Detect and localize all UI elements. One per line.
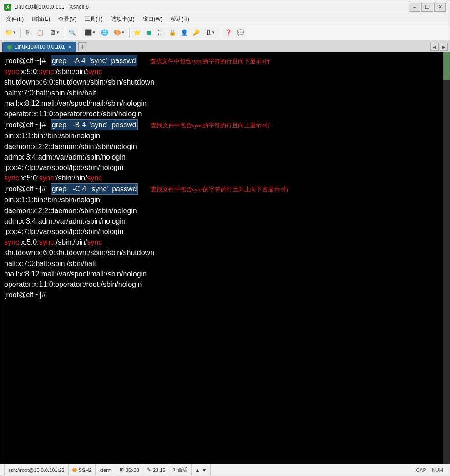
window-title: Linux10期10.0.0.101 - Xshell 6 [14,3,89,11]
title-bar: X Linux10期10.0.0.101 - Xshell 6 − ☐ ✕ [0,0,450,14]
copy-button[interactable]: ⎘ [23,27,34,38]
terminal-line-12: sync:x:5:0:sync:/sbin:/bin/sync [4,173,446,183]
menu-tools[interactable]: 工具(T) [81,15,106,24]
add-tab-button[interactable]: + [78,42,87,51]
paste-button[interactable]: 📋 [35,27,46,38]
terminal-content[interactable]: [root@clf ~]# grep -A 4 'sync' passwd查找文… [0,52,450,464]
connection-status: ssh://root@10.0.0.101:22 [4,464,69,476]
maximize-button[interactable]: ☐ [421,3,433,12]
menu-window[interactable]: 窗口(W) [139,15,166,24]
menu-view[interactable]: 查看(V) [55,15,80,24]
chat-button[interactable]: 💬 [235,27,246,38]
caps-indicator: CAP [413,467,429,473]
toolbar-sep-5 [221,28,221,37]
tab-nav-prev[interactable]: ◀ [430,43,439,51]
find-button[interactable]: 🔍 [67,27,78,38]
status-dot [72,468,77,472]
prompt-3: [root@clf ~]# [4,184,48,194]
terminal-line-14: bin:x:1:1:bin:/bin:/sbin/nologin [4,195,446,205]
toolbar-sep-3 [80,28,80,37]
terminal-line-2: sync:x:5:0:sync:/sbin:/bin/sync [4,66,446,77]
terminal-line-22: operator:x:11:0:operator:/root:/sbin/nol… [4,279,446,290]
color-button[interactable]: 🎨▼ [111,27,127,38]
terminal-line-6: operator:x:11:0:operator:/root:/sbin/nol… [4,109,446,119]
toolbar-sep-2 [65,28,65,37]
terminal-line-3: shutdown:x:6:0:shutdown:/sbin:/sbin/shut… [4,77,446,87]
cmd-1: grep -A 4 'sync' passwd [51,55,137,66]
lock-button[interactable]: 🔒 [167,27,178,38]
annotation-1: 查找文件中包含sync的字符的行且向下显示4行 [150,57,270,66]
layout-button[interactable]: ⬛▼ [82,27,98,38]
toolbar-sep-4 [129,28,130,37]
dimensions-section: ⊞ 86x38 [116,464,143,476]
cmd-3: grep -C 4 'sync' passwd [51,183,138,195]
cursor-section: ✎ 23,15 [143,464,170,476]
terminal-line-8: bin:x:1:1:bin:/bin:/sbin/nologin [4,130,446,141]
title-bar-left: X Linux10期10.0.0.101 - Xshell 6 [4,3,89,11]
tab-label: Linux10期10.0.0.101 [15,43,65,51]
terminal-line-13: [root@clf ~]# grep -C 4 'sync' passwd查找文… [4,183,446,195]
window-controls: − ☐ ✕ [409,3,446,12]
terminal-line-23: [root@clf ~]# [4,290,446,300]
protocol-section: SSH2 [69,464,96,476]
expand-button[interactable]: ⛶ [155,27,166,38]
tab-status-icon [7,45,12,50]
protocol-text: SSH2 [79,467,92,473]
tab-bar: Linux10期10.0.0.101 ✕ + ◀ ▶ [0,40,450,52]
new-session-button[interactable]: 📁▼ [2,27,19,38]
tab-nav-next[interactable]: ▶ [440,43,448,51]
cmd-2: grep -B 4 'sync' passwd [51,119,138,130]
help-button[interactable]: ❓ [223,27,234,38]
tab-close-button[interactable]: ✕ [68,45,71,50]
annotation-3: 查找文件中包含sync的字符的行且向上向下各显示4行 [151,185,288,194]
scrollbar-track[interactable] [443,52,450,464]
annotation-2: 查找文件中包含sync的字符的行且向上显示4行 [151,121,271,130]
green-button[interactable]: ◼ [143,27,154,38]
terminal-line-16: adm:x:3:4:adm:/var/adm:/sbin/nologin [4,216,446,226]
terminal-line-11: lp:x:4:7:lp:/var/spool/lpd:/sbin/nologin [4,162,446,173]
tab-nav: ◀ ▶ [430,43,448,51]
scroll-down-icon[interactable]: ▼ [202,467,207,473]
key-button[interactable]: 🔑 [191,27,202,38]
terminal-type-section: xterm [96,464,116,476]
connection-text: ssh://root@10.0.0.101:22 [8,467,65,473]
terminal-area: [root@clf ~]# grep -A 4 'sync' passwd查找文… [0,52,450,464]
transfer-button[interactable]: ⇅▼ [202,27,219,38]
status-bar: ssh://root@10.0.0.101:22 SSH2 xterm ⊞ 86… [0,464,450,476]
app-icon: X [4,4,11,11]
toolbar: 📁▼ ⎘ 📋 🖥▼ 🔍 ⬛▼ 🌐 🎨▼ ⭐ ◼ ⛶ 🔒 👤 🔑 ⇅▼ ❓ 💬 [0,25,450,40]
terminal-line-5: mail:x:8:12:mail:/var/spool/mail:/sbin/n… [4,98,446,109]
toolbar-sep-1 [20,28,21,37]
sessions-text: 1 会话 [173,466,187,473]
scrollbar-thumb[interactable] [443,52,450,80]
sessions-section: 1 会话 [169,464,191,476]
cursor-text: 23,15 [153,467,166,473]
star-button[interactable]: ⭐ [131,27,142,38]
close-button[interactable]: ✕ [434,3,446,12]
menu-tabs[interactable]: 选项卡(B) [107,15,138,24]
minimize-button[interactable]: − [409,3,420,12]
prompt-2: [root@clf ~]# [4,120,48,130]
app-window: X Linux10期10.0.0.101 - Xshell 6 − ☐ ✕ 文件… [0,0,450,476]
menu-file[interactable]: 文件(F) [2,15,27,24]
cursor-icon: ✎ [147,467,151,473]
terminal-line-20: halt:x:7:0:halt:/sbin:/sbin/halt [4,258,446,269]
terminal-line-18: sync:x:5:0:sync:/sbin:/bin/sync [4,237,446,247]
terminal-line-9: daemon:x:2:2:daemon:/sbin:/sbin/nologin [4,141,446,152]
connect-button[interactable]: 🖥▼ [46,27,63,38]
terminal-line-7: [root@clf ~]# grep -B 4 'sync' passwd查找文… [4,119,446,130]
active-tab[interactable]: Linux10期10.0.0.101 ✕ [2,42,76,52]
terminal-line-17: lp:x:4:7:lp:/var/spool/lpd:/sbin/nologin [4,226,446,237]
menu-bar: 文件(F) 编辑(E) 查看(V) 工具(T) 选项卡(B) 窗口(W) 帮助(… [0,14,450,25]
terminal-line-4: halt:x:7:0:halt:/sbin:/sbin/halt [4,88,446,98]
num-indicator: NUM [429,467,446,473]
globe-button[interactable]: 🌐 [99,27,110,38]
menu-edit[interactable]: 编辑(E) [28,15,54,24]
scroll-nav-section: ▲ ▼ [192,464,211,476]
terminal-line-10: adm:x:3:4:adm:/var/adm:/sbin/nologin [4,152,446,162]
dimensions-icon: ⊞ [120,467,124,473]
scroll-up-icon[interactable]: ▲ [195,467,200,473]
profile-button[interactable]: 👤 [179,27,190,38]
prompt-1: [root@clf ~]# [4,55,48,66]
menu-help[interactable]: 帮助(H) [167,15,193,24]
